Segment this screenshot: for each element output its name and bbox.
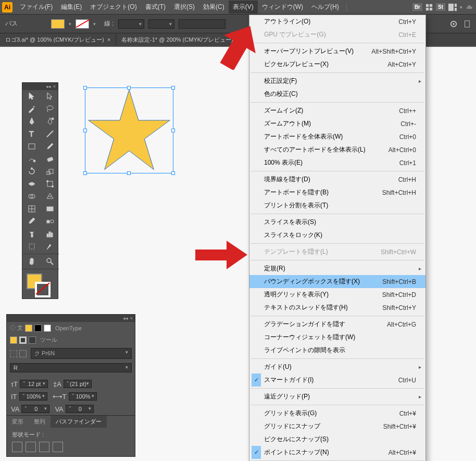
- menu-show-grid[interactable]: グリッドを表示(G)Ctrl+¥: [249, 407, 425, 420]
- paintbrush-tool[interactable]: [41, 140, 59, 153]
- stroke-profile[interactable]: ▾: [148, 19, 174, 29]
- swatch-icon[interactable]: [25, 325, 32, 332]
- menu-outline[interactable]: アウトライン(O)Ctrl+Y: [249, 15, 425, 28]
- resize-handle[interactable]: [171, 129, 175, 132]
- chevron-down-icon[interactable]: ▾: [460, 5, 462, 10]
- menu-actual-size[interactable]: 100% 表示(E)Ctrl+1: [249, 156, 425, 169]
- resize-handle[interactable]: [83, 171, 87, 175]
- menu-proof-colors[interactable]: 色の校正(C): [249, 88, 425, 101]
- menu-hide-text-threads[interactable]: テキストのスレッドを隠す(H)Shift+Ctrl+Y: [249, 301, 425, 314]
- menu-rulers[interactable]: 定規(R)▸: [249, 262, 425, 275]
- swatch-icon[interactable]: [44, 325, 51, 332]
- grid-icon[interactable]: [425, 4, 433, 11]
- artboard-tool[interactable]: [22, 240, 41, 253]
- magic-wand-tool[interactable]: [22, 103, 41, 115]
- exclude-icon[interactable]: [53, 442, 63, 452]
- menu-fit-all[interactable]: すべてのアートボードを全体表示(L)Alt+Ctrl+0: [249, 143, 425, 156]
- settings-icon[interactable]: [450, 20, 457, 28]
- close-icon[interactable]: ×: [130, 316, 133, 321]
- panel-header[interactable]: ◂◂×: [22, 83, 58, 90]
- panel-header[interactable]: ◂◂×: [7, 315, 135, 322]
- menu-file[interactable]: ファイル(F): [16, 1, 57, 14]
- workspace-icon[interactable]: [448, 4, 457, 11]
- menu-zoom-out[interactable]: ズームアウト(M)Ctrl+-: [249, 117, 425, 130]
- menu-snap-to-point[interactable]: ✓ポイントにスナップ(N)Alt+Ctrl+¥: [249, 446, 425, 459]
- menu-show-print-tiling[interactable]: プリント分割を表示(T): [249, 199, 425, 212]
- menu-select[interactable]: 選択(S): [170, 1, 199, 14]
- menu-hide-gradient-annotator[interactable]: グラデーションガイドを隠すAlt+Ctrl+G: [249, 318, 425, 331]
- doc-tab-0[interactable]: ロゴ3.ai* @ 100% (CMYK/プレビュー)×: [0, 33, 116, 46]
- blend-tool[interactable]: [41, 215, 59, 228]
- resize-handle[interactable]: [127, 171, 131, 175]
- menu-hide-bounding-box[interactable]: バウンディングボックスを隠す(X)Shift+Ctrl+B: [249, 275, 425, 288]
- tab-pathfinder[interactable]: パスファインダー: [51, 416, 107, 428]
- menu-smart-guides[interactable]: ✓スマートガイド(I)Ctrl+U: [249, 373, 425, 387]
- resize-handle[interactable]: [127, 86, 131, 90]
- menu-snap-to-grid[interactable]: グリッドにスナップShift+Ctrl+¥: [249, 420, 425, 433]
- bridge-icon[interactable]: Br: [412, 3, 422, 11]
- tracking-input[interactable]: ⌃0▾: [66, 405, 94, 413]
- minus-front-icon[interactable]: [26, 442, 36, 452]
- menu-perspective-grid[interactable]: 遠近グリッド(P)▸: [249, 390, 425, 403]
- stock-icon[interactable]: St: [436, 3, 445, 11]
- curvature-tool[interactable]: [41, 115, 59, 128]
- close-icon[interactable]: ×: [107, 36, 110, 43]
- intersect-icon[interactable]: [39, 442, 49, 452]
- perspective-tool[interactable]: [41, 190, 59, 203]
- zoom-tool[interactable]: [41, 255, 59, 268]
- selection-tool[interactable]: [22, 90, 41, 103]
- line-tool[interactable]: [41, 128, 59, 140]
- hscale-input[interactable]: ⌃100%▾: [69, 392, 97, 401]
- menu-hide-edges[interactable]: 境界線を隠す(D)Ctrl+H: [249, 173, 425, 186]
- menu-object[interactable]: オブジェクト(O): [86, 1, 141, 14]
- fill-swatch[interactable]: [51, 19, 65, 29]
- tab-transform[interactable]: 変形: [7, 416, 29, 428]
- mesh-tool[interactable]: [22, 203, 41, 215]
- menu-show-slices[interactable]: スライスを表示(S): [249, 216, 425, 229]
- menu-hide-artboards[interactable]: アートボードを隠す(B)Shift+Ctrl+H: [249, 186, 425, 199]
- font-family[interactable]: ク Pr6N▾: [31, 348, 132, 359]
- kerning-input[interactable]: ⌃0▾: [21, 405, 49, 413]
- collapse-icon[interactable]: ◂◂: [46, 84, 51, 89]
- gradient-tool[interactable]: [41, 203, 59, 215]
- resize-handle[interactable]: [83, 129, 87, 132]
- collapse-icon[interactable]: ◂◂: [123, 316, 128, 321]
- menu-type[interactable]: 書式(T): [141, 1, 170, 14]
- symbol-sprayer-tool[interactable]: [22, 228, 41, 240]
- stroke-swatch[interactable]: [76, 19, 89, 29]
- slice-tool[interactable]: [41, 240, 59, 253]
- font-weight[interactable]: R▾: [10, 363, 132, 372]
- font-size-input[interactable]: ⌃12 pt▾: [20, 380, 48, 388]
- menu-window[interactable]: ウィンドウ(W): [258, 1, 307, 14]
- eyedropper-tool[interactable]: [22, 215, 41, 228]
- doc-icon[interactable]: [464, 20, 471, 28]
- menu-edit[interactable]: 編集(E): [57, 1, 86, 14]
- resize-handle[interactable]: [171, 86, 175, 90]
- fill-stroke-swatches[interactable]: [22, 270, 59, 298]
- rotate-tool[interactable]: [22, 165, 41, 178]
- bounding-box[interactable]: [85, 88, 173, 173]
- width-tool[interactable]: [22, 178, 41, 190]
- stroke-color[interactable]: [35, 282, 51, 297]
- swatch-icon[interactable]: [29, 337, 36, 344]
- chevron-down-icon[interactable]: ▾: [69, 21, 71, 27]
- scale-tool[interactable]: [41, 165, 59, 178]
- shaper-tool[interactable]: [22, 153, 41, 165]
- close-icon[interactable]: ×: [53, 84, 56, 89]
- resize-handle[interactable]: [171, 171, 175, 175]
- hand-tool[interactable]: [22, 255, 41, 268]
- menu-overprint-preview[interactable]: オーバープリントプレビュー(V)Alt+Shift+Ctrl+Y: [249, 45, 425, 58]
- star-shape[interactable]: [85, 88, 173, 173]
- menu-pixel-preview[interactable]: ピクセルプレビュー(X)Alt+Ctrl+Y: [249, 58, 425, 71]
- eraser-tool[interactable]: [41, 153, 59, 165]
- menu-zoom-in[interactable]: ズームイン(Z)Ctrl++: [249, 104, 425, 117]
- menu-lock-slices[interactable]: スライスをロック(K): [249, 229, 425, 242]
- resize-handle[interactable]: [83, 86, 87, 90]
- menu-view[interactable]: 表示(V): [229, 1, 258, 14]
- pen-tool[interactable]: [22, 115, 41, 128]
- swatch-icon[interactable]: [10, 337, 17, 344]
- menu-snap-to-pixel[interactable]: ピクセルにスナップ(S): [249, 433, 425, 446]
- tab-align[interactable]: 整列: [29, 416, 51, 428]
- rectangle-tool[interactable]: [22, 140, 41, 153]
- menu-guides[interactable]: ガイド(U)▸: [249, 360, 425, 373]
